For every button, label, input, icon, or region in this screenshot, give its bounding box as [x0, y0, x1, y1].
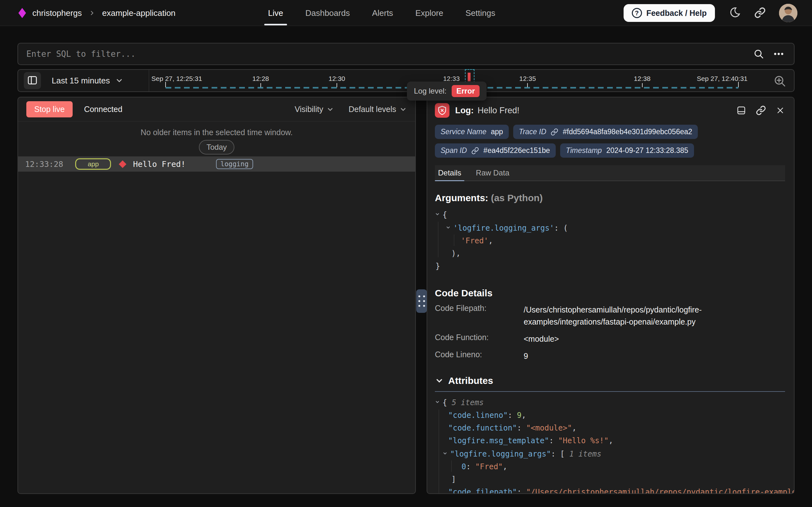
attributes-heading[interactable]: Attributes — [435, 375, 785, 386]
log-timestamp: 12:33:28 — [25, 160, 63, 169]
tick-line — [642, 83, 643, 87]
top-bar: christophergs example-application Live D… — [0, 0, 812, 26]
today-button[interactable]: Today — [199, 140, 234, 155]
zoom-in-icon — [773, 74, 787, 89]
chevron-down-icon — [326, 106, 334, 113]
tick-label: 12:28 — [252, 75, 269, 82]
theme-toggle-button[interactable] — [728, 6, 741, 20]
code-line: "logfire.msg_template": "Hello %s!", — [435, 434, 785, 447]
code-token: 1 items — [569, 450, 602, 458]
tick-label: 12:35 — [519, 75, 536, 82]
code-line: 'logfire.logging_args': ( — [435, 221, 785, 234]
tick-line — [336, 83, 337, 87]
code-lineno-value: 9 — [524, 350, 785, 362]
detail-header: Log: Hello Fred! — [435, 103, 785, 118]
sql-filter-input[interactable] — [18, 44, 753, 64]
logfire-logo-icon — [18, 8, 26, 18]
more-options-icon[interactable] — [773, 48, 785, 60]
code-token: : — [549, 436, 558, 445]
connection-status: Connected — [84, 105, 122, 114]
code-token: "Hello %s!" — [558, 436, 609, 445]
code-line: "logfire.logging_args": [ 1 items — [435, 447, 785, 460]
code-token: "/Users/christophersamiullah/repos/pydan… — [526, 488, 795, 494]
nav-tab-dashboards[interactable]: Dashboards — [305, 0, 350, 26]
nav-tab-live[interactable]: Live — [268, 0, 283, 26]
timestamp-badge: Timestamp 2024-09-27 12:33:28.385 — [560, 144, 694, 158]
close-icon[interactable] — [775, 106, 785, 115]
feedback-help-button[interactable]: ? Feedback / Help — [624, 4, 715, 22]
code-token: 9 — [517, 411, 521, 420]
default-levels-dropdown[interactable]: Default levels — [349, 105, 407, 114]
chevron-down-icon — [435, 376, 444, 385]
tick-label: Sep 27, 12:25:31 — [151, 75, 202, 82]
code-token: , — [572, 424, 576, 433]
grip-dot — [418, 300, 420, 302]
user-avatar[interactable] — [779, 4, 797, 22]
time-range-dropdown[interactable]: Last 15 minutes — [52, 70, 123, 92]
collapse-chevron-icon[interactable] — [435, 208, 440, 221]
code-filepath-label: Code Filepath: — [435, 303, 524, 313]
collapse-chevron-icon[interactable] — [435, 396, 440, 408]
arguments-code-block: { 'logfire.logging_args': ( 'Fred', ), } — [435, 208, 785, 273]
error-diamond-icon — [119, 160, 127, 168]
timeline-zoom-in-button[interactable] — [773, 74, 787, 89]
nav-tab-explore[interactable]: Explore — [415, 0, 443, 26]
code-token: 5 items — [447, 398, 484, 407]
code-line: "code.filepath": "/Users/christophersami… — [435, 486, 785, 494]
code-token: { — [442, 398, 447, 407]
stop-live-button[interactable]: Stop live — [26, 101, 73, 117]
log-level-tooltip: Log level: Error — [407, 81, 487, 101]
visibility-dropdown[interactable]: Visibility — [295, 105, 334, 114]
error-level-badge: Error — [452, 85, 480, 97]
live-panel-header: Stop live Connected Visibility Default l… — [18, 97, 415, 121]
detail-title-text: Hello Fred! — [477, 106, 519, 115]
code-token: : [ — [551, 450, 569, 458]
nav-tab-alerts[interactable]: Alerts — [372, 0, 393, 26]
search-icon[interactable] — [753, 49, 764, 59]
timebar-divider — [149, 70, 149, 92]
panel-resize-handle[interactable] — [416, 289, 427, 313]
tick-line — [738, 82, 739, 87]
span-id-badge[interactable]: Span ID #ea4d5f226ec151be — [435, 144, 556, 158]
grip-dot — [423, 300, 425, 302]
code-token: 'logfire.logging_args' — [453, 224, 554, 233]
attributes-heading-text: Attributes — [448, 375, 493, 386]
code-token: "Fred" — [475, 462, 503, 471]
attributes-divider — [435, 391, 785, 392]
code-token: , — [503, 462, 507, 471]
code-line: 'Fred', — [435, 234, 785, 247]
grip-dot — [423, 295, 425, 297]
code-token: : ( — [554, 224, 568, 233]
code-line: 0: "Fred", — [435, 460, 785, 473]
logfire-app: christophergs example-application Live D… — [0, 0, 812, 507]
code-token: { — [442, 210, 447, 219]
breadcrumb-org[interactable]: christophergs — [33, 8, 82, 18]
code-token: "code.filepath" — [448, 488, 517, 494]
trace-id-badge[interactable]: Trace ID #fdd5694a8fa98eb4e301d99ebc056e… — [513, 125, 698, 139]
attributes-code-block: { 5 items "code.lineno": 9, "code.functi… — [435, 396, 785, 494]
collapse-chevron-icon[interactable] — [442, 447, 447, 460]
nav-tab-settings[interactable]: Settings — [465, 0, 495, 26]
tab-details[interactable]: Details — [438, 165, 461, 180]
permalink-icon[interactable] — [756, 105, 766, 115]
code-token: , — [489, 236, 493, 245]
chevron-down-icon — [399, 106, 407, 113]
share-link-button[interactable] — [754, 7, 766, 19]
log-row-selected[interactable]: 12:33:28 app Hello Fred! logging — [18, 156, 415, 172]
tick-line — [165, 82, 166, 87]
link-icon — [754, 7, 766, 19]
breadcrumb-project[interactable]: example-application — [102, 8, 175, 18]
chevron-down-icon — [115, 76, 123, 85]
tick-label: Sep 27, 12:40:31 — [697, 75, 748, 82]
code-details-heading: Code Details — [435, 288, 785, 298]
sidebar-toggle-button[interactable] — [24, 72, 41, 89]
service-name-label: Service Name — [441, 127, 486, 136]
code-token: "logfire.msg_template" — [448, 436, 549, 445]
link-icon — [551, 128, 558, 136]
error-log-marker[interactable] — [468, 73, 471, 81]
tab-raw-data[interactable]: Raw Data — [476, 165, 509, 180]
collapse-chevron-icon[interactable] — [446, 221, 451, 234]
code-token: : — [508, 411, 517, 420]
dock-panel-icon[interactable] — [736, 105, 746, 115]
nav-tab-settings-label: Settings — [465, 8, 495, 18]
